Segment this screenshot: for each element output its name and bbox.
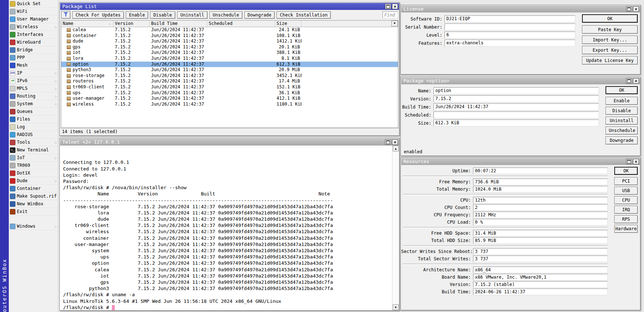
sidebar-item-queues[interactable]: Queues bbox=[9, 108, 58, 115]
sidebar-item-ip[interactable]: 255IP▷ bbox=[9, 69, 58, 77]
unschedule-button[interactable]: Unschedule bbox=[605, 126, 638, 135]
field-value-features[interactable]: extra-channels bbox=[444, 40, 575, 47]
ok-button[interactable]: OK bbox=[605, 86, 638, 94]
update-license-key-button[interactable]: Update License Key bbox=[582, 56, 638, 65]
paste-key-button[interactable]: Paste Key bbox=[582, 25, 638, 34]
sidebar-item-radius[interactable]: RADIUS bbox=[9, 131, 58, 139]
cpu-button[interactable]: CPU bbox=[614, 196, 638, 204]
close-button[interactable]: × bbox=[392, 139, 398, 145]
table-row-python3[interactable]: python37.15.2Jun/26/2024 11:42:3720.9 Mi… bbox=[61, 67, 398, 73]
scroll-up-button[interactable]: ▲ bbox=[393, 146, 399, 151]
sidebar-item-ipv6[interactable]: v6IPv6▷ bbox=[9, 77, 58, 85]
toolbar-button-check-installation[interactable]: Check Installation bbox=[277, 11, 331, 19]
column-header-name[interactable]: Name▵ bbox=[61, 21, 113, 27]
sidebar-item-make-supout-rif[interactable]: Make Supout.rif bbox=[9, 192, 58, 200]
field-value-build-time[interactable]: Jun/26/2024 11:42:37 bbox=[433, 103, 599, 110]
field-value-cpu-frequency[interactable]: 2112 MHz bbox=[473, 212, 608, 218]
field-value-name[interactable]: option bbox=[433, 87, 599, 94]
sidebar-item-container[interactable]: Container bbox=[9, 185, 58, 192]
sidebar-item-wireguard[interactable]: WireGuard bbox=[9, 38, 58, 46]
toolbar-button-check-for-updates[interactable]: Check For Updates bbox=[72, 11, 124, 19]
field-value-free-memory[interactable]: 736.6 MiB bbox=[473, 179, 608, 185]
table-row-dude[interactable]: dude7.15.2Jun/26/2024 11:42:371412.1 KiB bbox=[61, 38, 398, 44]
toolbar-button-downgrade[interactable]: Downgrade bbox=[244, 11, 275, 19]
sidebar-item-windows[interactable]: Windows▷ bbox=[9, 223, 58, 230]
telnet-titlebar[interactable]: Telnet <2> 127.0.0.1 × bbox=[60, 139, 399, 146]
close-button[interactable]: × bbox=[633, 159, 639, 164]
close-button[interactable]: × bbox=[633, 6, 639, 12]
sidebar-item-bridge[interactable]: Bridge bbox=[9, 46, 58, 54]
table-row-gps[interactable]: gps7.15.2Jun/26/2024 11:42:3720.1 KiB bbox=[61, 44, 398, 50]
pci-button[interactable]: PCI bbox=[614, 177, 638, 185]
sidebar-item-dude[interactable]: Dude▷ bbox=[9, 177, 58, 185]
table-row-ups[interactable]: ups7.15.2Jun/26/2024 11:42:3736.1 KiB bbox=[61, 90, 398, 96]
toolbar-button-unschedule[interactable]: Unschedule bbox=[209, 11, 242, 19]
disable-button[interactable]: Disable bbox=[605, 107, 638, 115]
ok-button[interactable]: OK bbox=[582, 14, 638, 23]
field-value-size[interactable]: 612.3 KiB bbox=[433, 120, 599, 126]
sidebar-item-iot[interactable]: IoT▷ bbox=[9, 154, 58, 162]
find-input[interactable] bbox=[383, 11, 398, 18]
field-value-free-hdd-space[interactable]: 31.4 MiB bbox=[473, 230, 608, 236]
table-row-routeros[interactable]: routeros7.15.2Jun/26/2024 11:42:3717.4 M… bbox=[61, 78, 398, 84]
table-row-wireless[interactable]: wireless7.15.2Jun/26/2024 11:42:371180.1… bbox=[61, 102, 398, 107]
sidebar-item-quick-set[interactable]: Quick Set bbox=[9, 0, 58, 8]
field-value-total-sector-writes[interactable]: 3 737 bbox=[473, 256, 608, 262]
field-value-software-id[interactable]: DJ21-EIQP bbox=[444, 15, 575, 22]
field-value-serial-number[interactable] bbox=[444, 23, 575, 30]
package-option-titlebar[interactable]: Package <option> × bbox=[401, 77, 640, 84]
sidebar-item-files[interactable]: Files bbox=[9, 115, 58, 123]
field-value-cpu-count[interactable]: 2 bbox=[473, 204, 608, 211]
table-row-iot[interactable]: iot7.15.2Jun/26/2024 11:42:37388.1 KiB bbox=[61, 50, 398, 56]
column-header-scheduled[interactable]: Scheduled bbox=[207, 21, 275, 27]
maximize-button[interactable] bbox=[385, 4, 391, 9]
toolbar-button-uninstall[interactable]: Uninstall bbox=[177, 11, 208, 19]
table-row-user-manager[interactable]: user-manager7.15.2Jun/26/2024 11:42:3741… bbox=[61, 96, 398, 102]
column-header-size[interactable]: Size bbox=[275, 21, 301, 27]
sidebar-item-exit[interactable]: Exit bbox=[9, 208, 58, 216]
ok-button[interactable]: OK bbox=[614, 167, 638, 175]
field-value-architecture-name[interactable]: x86_64 bbox=[473, 267, 608, 273]
sidebar-item-new-winbox[interactable]: New WinBox bbox=[9, 200, 58, 208]
sidebar-item-mesh[interactable]: Mesh bbox=[9, 62, 58, 69]
field-value-uptime[interactable]: 00:07:22 bbox=[473, 168, 608, 174]
column-header-build-time[interactable]: Build Time bbox=[150, 21, 207, 27]
field-value-sector-writes-since-reboot[interactable]: 3 737 bbox=[473, 248, 608, 255]
maximize-button[interactable] bbox=[385, 139, 391, 145]
uninstall-button[interactable]: Uninstall bbox=[605, 117, 638, 125]
maximize-button[interactable] bbox=[626, 78, 632, 84]
sidebar-item-interfaces[interactable]: Interfaces bbox=[9, 31, 58, 38]
license-titlebar[interactable]: License × bbox=[401, 5, 640, 12]
field-value-cpu[interactable]: 12th bbox=[473, 197, 608, 203]
sidebar-item-routing[interactable]: Routing▷ bbox=[9, 92, 58, 100]
toolbar-button-disable[interactable]: Disable bbox=[150, 11, 175, 19]
sidebar-item-new-terminal[interactable]: >_New Terminal bbox=[9, 146, 58, 154]
terminal[interactable]: Connecting to 127.0.0.1Connected to 127.… bbox=[60, 146, 392, 310]
scroll-down-button[interactable]: ▼ bbox=[393, 304, 399, 310]
field-value-level[interactable]: 6 bbox=[444, 32, 575, 38]
close-button[interactable]: × bbox=[392, 4, 398, 9]
close-button[interactable]: × bbox=[633, 78, 639, 84]
export-key-button[interactable]: Export Key... bbox=[582, 46, 638, 54]
field-value-cpu-load[interactable]: 0 % bbox=[473, 219, 608, 225]
enable-button[interactable]: Enable bbox=[605, 97, 638, 105]
toolbar-button-enable[interactable]: Enable bbox=[126, 11, 148, 19]
table-row-container[interactable]: container7.15.2Jun/26/2024 11:42:37108.1… bbox=[61, 33, 398, 39]
sidebar-item-system[interactable]: System▷ bbox=[9, 100, 58, 108]
field-value-build-time[interactable]: 2024-06-26 11:42:37 bbox=[473, 289, 608, 295]
column-menu-button[interactable]: ▼ bbox=[391, 21, 398, 26]
sidebar-item-ppp[interactable]: PPP bbox=[9, 54, 58, 62]
table-row-calea[interactable]: calea7.15.2Jun/26/2024 11:42:3724.1 KiB bbox=[61, 27, 398, 33]
sidebar-item-mpls[interactable]: MPLS▷ bbox=[9, 85, 58, 92]
sidebar-item-log[interactable]: Log bbox=[9, 123, 58, 131]
import-key-button[interactable]: Import Key... bbox=[582, 36, 638, 44]
field-value-board-name[interactable]: x86 VMware, Inc. VMware20,1 bbox=[473, 274, 608, 280]
usb-button[interactable]: USB bbox=[614, 187, 638, 195]
field-value-total-hdd-size[interactable]: 85.9 MiB bbox=[473, 237, 608, 244]
field-value-version[interactable]: 7.15.2 bbox=[433, 95, 599, 102]
sidebar-item-user-manager[interactable]: User Manager bbox=[9, 15, 58, 23]
hardware-button[interactable]: Hardware bbox=[614, 225, 638, 233]
table-row-lora[interactable]: lora7.15.2Jun/26/2024 11:42:378.1 KiB bbox=[61, 56, 398, 62]
field-value-version[interactable]: 7.15.2 (stable) bbox=[473, 281, 608, 288]
field-value-total-memory[interactable]: 1024.0 MiB bbox=[473, 186, 608, 192]
